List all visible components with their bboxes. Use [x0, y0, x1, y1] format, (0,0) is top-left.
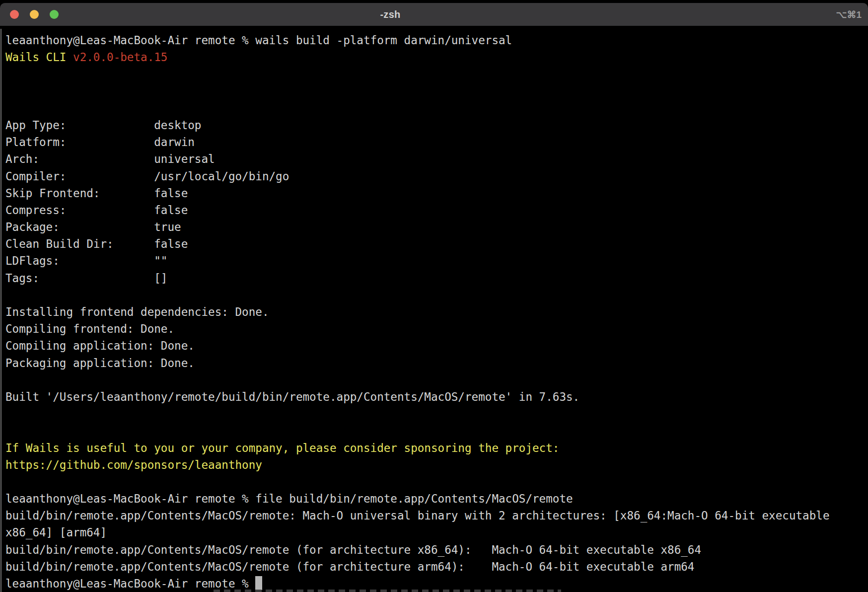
terminal-line: Compress: false	[5, 202, 866, 219]
terminal-text-segment: leaanthony@Leas-MacBook-Air remote %	[5, 577, 255, 590]
terminal-line	[5, 100, 866, 117]
terminal-line: If Wails is useful to you or your compan…	[5, 440, 866, 456]
terminal-line: Compiler: /usr/local/go/bin/go	[5, 168, 866, 185]
terminal-line: Compiling frontend: Done.	[5, 320, 866, 337]
terminal-text-segment: Compress: false	[5, 204, 188, 217]
terminal-text-segment: LDFlags: ""	[5, 254, 167, 267]
terminal-text-segment: Installing frontend dependencies: Done.	[5, 305, 269, 318]
terminal-line: Tags: []	[5, 270, 866, 287]
close-button[interactable]	[10, 10, 19, 19]
terminal-line	[5, 422, 866, 439]
terminal-text-segment: leaanthony@Leas-MacBook-Air remote % wai…	[5, 34, 512, 47]
terminal-text-segment: Package: true	[5, 221, 181, 233]
terminal-text-segment: Built '/Users/leaanthony/remote/build/bi…	[5, 390, 579, 403]
clipped-bottom-text-sliver	[214, 590, 561, 592]
terminal-text-segment: Wails CLI	[5, 51, 73, 64]
terminal-text-segment: leaanthony@Leas-MacBook-Air remote % fil…	[5, 492, 573, 505]
terminal-text-segment: build/bin/remote.app/Contents/MacOS/remo…	[5, 543, 701, 556]
terminal-line: Package: true	[5, 219, 866, 235]
terminal-line: leaanthony@Leas-MacBook-Air remote % fil…	[5, 490, 866, 507]
title-bar[interactable]: -zsh ⌥⌘1	[0, 3, 868, 26]
terminal-line: Installing frontend dependencies: Done.	[5, 303, 866, 320]
terminal-text-segment: build/bin/remote.app/Contents/MacOS/remo…	[5, 509, 830, 522]
terminal-cursor	[255, 576, 262, 590]
terminal-output: leaanthony@Leas-MacBook-Air remote % wai…	[5, 32, 866, 592]
terminal-text-segment: Skip Frontend: false	[5, 187, 188, 200]
terminal-line	[5, 473, 866, 490]
terminal-line: x86_64] [arm64]	[5, 524, 866, 541]
traffic-lights	[10, 10, 59, 19]
terminal-text-segment: Compiling frontend: Done.	[5, 322, 174, 335]
terminal-line: Built '/Users/leaanthony/remote/build/bi…	[5, 388, 866, 405]
terminal-text-segment: Tags: []	[5, 272, 167, 285]
terminal-line	[5, 287, 866, 303]
terminal-line	[5, 405, 866, 422]
terminal-text-segment: build/bin/remote.app/Contents/MacOS/remo…	[5, 560, 694, 573]
terminal-text-segment: App Type: desktop	[5, 119, 201, 132]
terminal-line: Skip Frontend: false	[5, 185, 866, 202]
terminal-line: build/bin/remote.app/Contents/MacOS/remo…	[5, 558, 866, 575]
terminal-text-segment: Compiler: /usr/local/go/bin/go	[5, 170, 289, 183]
window-title: -zsh	[380, 9, 400, 20]
terminal-line: build/bin/remote.app/Contents/MacOS/remo…	[5, 507, 866, 524]
terminal-line: Arch: universal	[5, 150, 866, 167]
terminal-line: App Type: desktop	[5, 117, 866, 134]
terminal-line	[5, 83, 866, 100]
terminal-text-segment: https://github.com/sponsors/leaanthony	[5, 458, 262, 471]
terminal-content[interactable]: leaanthony@Leas-MacBook-Air remote % wai…	[0, 26, 868, 592]
terminal-line: Platform: darwin	[5, 134, 866, 150]
terminal-line: Packaging application: Done.	[5, 355, 866, 371]
terminal-line: LDFlags: ""	[5, 252, 866, 269]
terminal-window: -zsh ⌥⌘1 leaanthony@Leas-MacBook-Air rem…	[0, 3, 868, 592]
terminal-text-segment: x86_64] [arm64]	[5, 526, 107, 539]
terminal-text-segment: Platform: darwin	[5, 136, 195, 148]
terminal-text-segment: Arch: universal	[5, 152, 215, 165]
terminal-text-segment: v2.0.0-beta.15	[73, 51, 167, 64]
terminal-line	[5, 371, 866, 388]
zoom-button[interactable]	[50, 10, 59, 19]
terminal-line: Compiling application: Done.	[5, 337, 866, 354]
terminal-text-segment: Packaging application: Done.	[5, 357, 195, 370]
minimize-button[interactable]	[30, 10, 39, 19]
terminal-line: Wails CLI v2.0.0-beta.15	[5, 49, 866, 66]
window-left-edge	[0, 29, 1, 592]
tab-shortcut-hint: ⌥⌘1	[836, 9, 862, 20]
terminal-line: Clean Build Dir: false	[5, 235, 866, 252]
terminal-text-segment: Compiling application: Done.	[5, 339, 195, 352]
terminal-text-segment: Clean Build Dir: false	[5, 237, 188, 250]
terminal-line: leaanthony@Leas-MacBook-Air remote % wai…	[5, 32, 866, 49]
terminal-text-segment: If Wails is useful to you or your compan…	[5, 442, 559, 454]
terminal-line: https://github.com/sponsors/leaanthony	[5, 456, 866, 473]
terminal-line: build/bin/remote.app/Contents/MacOS/remo…	[5, 541, 866, 558]
terminal-line	[5, 66, 866, 82]
